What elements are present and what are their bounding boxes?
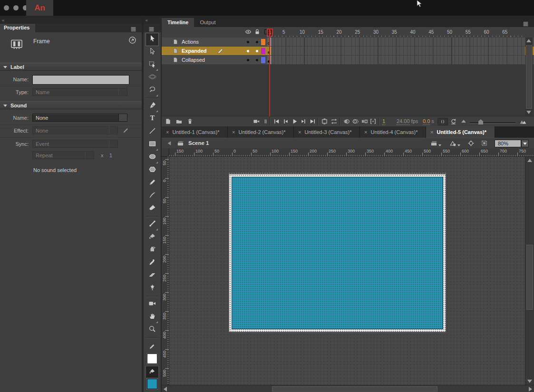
subselection-tool[interactable] <box>146 46 158 58</box>
document-tab-3[interactable]: ×Untitled-3 (Canvas)* <box>294 126 360 138</box>
delete-layer-button[interactable] <box>186 118 194 127</box>
layer-lock-dot[interactable] <box>256 50 258 52</box>
frame-number-10[interactable]: 10 <box>300 29 305 35</box>
layer-lock-dot[interactable] <box>256 41 258 43</box>
fill-color-swatch[interactable] <box>147 379 157 389</box>
zoom-out-timeline-icon[interactable] <box>461 120 466 123</box>
current-frame-field[interactable]: 1 <box>382 118 385 125</box>
close-tab-icon[interactable]: × <box>430 129 433 135</box>
frame-number-15[interactable]: 15 <box>318 29 323 35</box>
close-tab-icon[interactable]: × <box>232 129 235 135</box>
layer-name[interactable]: Expanded <box>182 48 207 54</box>
go-to-last-frame-button[interactable] <box>309 118 316 127</box>
zoom-in-timeline-icon[interactable] <box>519 118 527 127</box>
pen-tool[interactable] <box>146 100 158 113</box>
frame-rate-value[interactable]: 24.00 <box>397 118 410 125</box>
tools-dock-collapse[interactable]: « <box>144 18 161 24</box>
frame-number-45[interactable]: 45 <box>428 29 434 35</box>
properties-dock-collapse[interactable]: « <box>0 18 142 24</box>
clip-content-button[interactable] <box>481 140 488 149</box>
onion-skin-button[interactable] <box>343 118 350 127</box>
modify-markers-button[interactable] <box>369 118 377 127</box>
scroll-left-arrow[interactable] <box>164 387 167 392</box>
repeat-times-value[interactable]: 1 <box>109 153 112 158</box>
lasso-tool[interactable] <box>146 85 158 97</box>
elapsed-time-value[interactable]: 0.0 <box>423 118 430 125</box>
frame-number-5[interactable]: 5 <box>282 29 285 35</box>
frame-grid[interactable] <box>267 56 525 64</box>
canvas-vertical-scrollbar[interactable] <box>525 157 534 385</box>
scroll-up-arrow[interactable] <box>527 159 532 162</box>
scroll-down-arrow[interactable] <box>526 111 531 114</box>
lock-all-layers-icon[interactable] <box>254 29 261 37</box>
frame-rate-field[interactable]: 24.00 fps <box>397 118 418 124</box>
zoom-level-field[interactable]: 80% <box>495 140 521 147</box>
tools-panel-menu-icon[interactable] <box>148 26 156 31</box>
scroll-thumb[interactable] <box>526 45 532 109</box>
line-tool[interactable] <box>146 126 158 138</box>
close-tab-icon[interactable]: × <box>298 129 301 135</box>
add-camera-button[interactable] <box>253 118 260 127</box>
layer-row-expanded[interactable]: Expanded <box>162 47 534 56</box>
scroll-right-arrow[interactable] <box>529 387 532 392</box>
frame-number-30[interactable]: 30 <box>373 29 379 35</box>
center-frame-button[interactable] <box>321 118 328 127</box>
document-tab-4[interactable]: ×Untitled-4 (Canvas)* <box>360 126 426 138</box>
selection-tool[interactable] <box>146 33 158 46</box>
frame-grid[interactable] <box>267 47 525 55</box>
asset-warp-tool[interactable] <box>146 283 158 295</box>
classic-brush-tool[interactable] <box>146 203 158 215</box>
tab-output[interactable]: Output <box>194 18 221 27</box>
frame-number-35[interactable]: 35 <box>392 29 397 35</box>
layer-visibility-dot[interactable] <box>247 50 249 52</box>
show-parenting-view-icon[interactable] <box>262 118 269 126</box>
frame-number-50[interactable]: 50 <box>447 29 452 35</box>
text-tool[interactable]: T <box>146 113 158 125</box>
label-name-input[interactable] <box>32 75 129 85</box>
new-folder-button[interactable] <box>175 118 183 127</box>
window-close-button[interactable] <box>4 5 9 10</box>
properties-panel-menu-icon[interactable] <box>130 26 138 31</box>
layer-name[interactable]: Collapsed <box>182 57 205 63</box>
canvas-horizontal-scrollbar[interactable] <box>162 385 534 392</box>
layer-visibility-dot[interactable] <box>247 59 249 61</box>
rotation-3d-tool[interactable] <box>146 72 158 84</box>
document-tab-5[interactable]: ×Untitled-5 (Canvas)* <box>426 126 495 138</box>
go-to-first-frame-button[interactable] <box>273 118 280 127</box>
tab-properties[interactable]: Properties <box>0 24 35 32</box>
document-tab-2[interactable]: ×Untitled-2 (Canvas)* <box>228 126 294 138</box>
loop-playback-button[interactable] <box>330 118 338 127</box>
frame-number-60[interactable]: 60 <box>484 29 489 35</box>
layer-visibility-dot[interactable] <box>247 41 249 43</box>
oval-tool[interactable] <box>146 152 158 164</box>
frame-number-20[interactable]: 20 <box>337 29 342 35</box>
eyedropper-tool[interactable] <box>146 257 158 269</box>
frame-number-55[interactable]: 55 <box>466 29 471 35</box>
step-back-button[interactable] <box>282 118 289 127</box>
scroll-thumb[interactable] <box>526 245 533 310</box>
new-layer-button[interactable] <box>165 118 172 127</box>
frame-number-40[interactable]: 40 <box>410 29 416 35</box>
layer-outline-color-swatch[interactable] <box>261 39 265 45</box>
layer-name[interactable]: Actions <box>182 39 199 45</box>
zoom-level-dropdown-arrow[interactable] <box>521 140 529 147</box>
camera-tool[interactable] <box>146 298 158 311</box>
close-tab-icon[interactable]: × <box>166 129 169 135</box>
timeline-panel-menu-icon[interactable] <box>523 20 530 26</box>
layer-outline-color-swatch[interactable] <box>261 48 265 54</box>
playhead-line[interactable] <box>269 29 270 116</box>
layer-row-collapsed[interactable]: Collapsed <box>162 56 534 65</box>
reset-timeline-zoom-button[interactable] <box>450 118 457 127</box>
scene-name[interactable]: Scene 1 <box>188 140 209 146</box>
pasteboard[interactable] <box>169 157 525 385</box>
step-forward-button[interactable] <box>300 118 307 127</box>
sound-name-dropdown[interactable]: None <box>32 114 127 122</box>
edit-multiple-frames-button[interactable] <box>361 118 368 127</box>
fill-color-bucket-tile[interactable] <box>146 366 158 378</box>
scroll-down-arrow[interactable] <box>527 380 532 383</box>
tab-timeline[interactable]: Timeline <box>162 18 194 27</box>
stage[interactable] <box>229 174 446 332</box>
window-minimize-button[interactable] <box>13 5 19 10</box>
paint-brush-tool[interactable] <box>146 190 158 202</box>
polystar-tool[interactable] <box>146 164 158 177</box>
